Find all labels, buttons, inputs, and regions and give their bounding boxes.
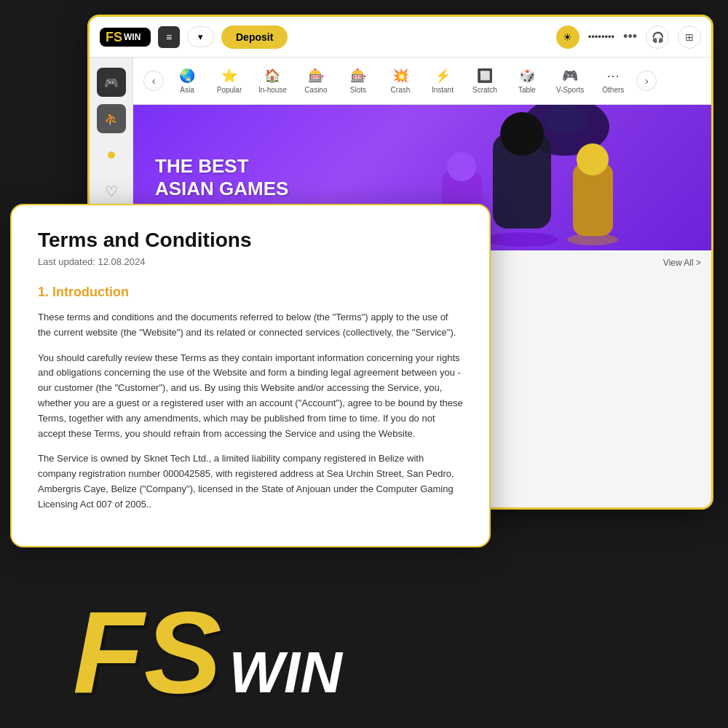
more-options-button[interactable]: ••• bbox=[623, 29, 637, 44]
svg-point-9 bbox=[567, 234, 618, 245]
table-icon: 🎲 bbox=[519, 68, 535, 84]
fs-logo-big-text: FS bbox=[73, 587, 221, 717]
casino-icon: 🎰 bbox=[308, 68, 324, 84]
logo-fs-text: FS bbox=[106, 31, 122, 44]
category-popular[interactable]: ⭐ Popular bbox=[210, 65, 248, 97]
category-slots[interactable]: 🎰 Slots bbox=[339, 65, 377, 97]
nav-dropdown[interactable]: ▾ bbox=[187, 26, 214, 47]
nav-arrow-left[interactable]: ‹ bbox=[143, 71, 164, 91]
terms-section-1-title: 1. Introduction bbox=[38, 285, 463, 300]
category-instant[interactable]: ⚡ Instant bbox=[424, 65, 462, 97]
nav-arrow-right[interactable]: › bbox=[636, 71, 657, 91]
svg-point-1 bbox=[544, 105, 587, 134]
headset-icon[interactable]: 🎧 bbox=[646, 25, 669, 49]
vsports-icon: 🎮 bbox=[562, 68, 578, 84]
crash-icon: 💥 bbox=[392, 68, 408, 84]
sidebar-item-dot[interactable] bbox=[97, 141, 126, 170]
fswin-logo: FS WIN bbox=[100, 28, 151, 47]
terms-body: These terms and conditions and the docum… bbox=[38, 310, 463, 513]
instant-icon: ⚡ bbox=[435, 68, 451, 84]
expand-icon[interactable]: ⊞ bbox=[678, 25, 701, 49]
browser-topbar: FS WIN ≡ ▾ Deposit ☀ •••••••• ••• 🎧 ⊞ bbox=[90, 17, 711, 58]
win-logo-big-text: WIN bbox=[229, 640, 342, 705]
svg-point-5 bbox=[577, 143, 609, 175]
terms-paragraph-2: You should carefully review these Terms … bbox=[38, 351, 463, 442]
category-others[interactable]: ⋯ Others bbox=[594, 65, 632, 97]
deposit-button[interactable]: Deposit bbox=[221, 25, 288, 49]
fs-logo-large: FSWIN bbox=[73, 600, 342, 706]
category-asia[interactable]: 🌏 Asia bbox=[168, 65, 206, 97]
others-icon: ⋯ bbox=[606, 68, 620, 84]
banner-text: THE BEST ASIAN GAMES bbox=[155, 155, 288, 200]
username-display: •••••••• bbox=[588, 31, 614, 42]
slots-icon: 🎰 bbox=[350, 68, 366, 84]
dropdown-arrow: ▾ bbox=[198, 31, 203, 42]
terms-last-updated: Last updated: 12.08.2024 bbox=[38, 256, 463, 267]
category-scratch[interactable]: 🔲 Scratch bbox=[466, 65, 504, 97]
sidebar-item-sports[interactable]: ⛹ bbox=[97, 104, 126, 133]
sidebar-toggle-btn[interactable]: ≡ bbox=[158, 26, 180, 48]
svg-point-8 bbox=[486, 232, 558, 247]
terms-paragraph-3: The Service is owned by Sknet Tech Ltd.,… bbox=[38, 451, 463, 512]
top-right-icons: ☀ •••••••• ••• 🎧 ⊞ bbox=[556, 25, 701, 49]
banner-title-line1: THE BEST bbox=[155, 155, 288, 178]
category-nav: ‹ 🌏 Asia ⭐ Popular 🏠 In-house 🎰 Casino 🎰… bbox=[133, 58, 711, 105]
scratch-icon: 🔲 bbox=[477, 68, 493, 84]
asia-icon: 🌏 bbox=[179, 68, 195, 84]
category-inhouse[interactable]: 🏠 In-house bbox=[253, 65, 293, 97]
terms-modal: Terms and Conditions Last updated: 12.08… bbox=[10, 204, 491, 547]
terms-paragraph-1: These terms and conditions and the docum… bbox=[38, 310, 463, 341]
svg-point-7 bbox=[447, 152, 476, 181]
category-crash[interactable]: 💥 Crash bbox=[381, 65, 419, 97]
user-avatar: ☀ bbox=[556, 25, 579, 49]
sidebar-item-favorites[interactable]: ♡ bbox=[97, 177, 126, 206]
logo-win-text: WIN bbox=[124, 33, 141, 41]
view-all-link[interactable]: View All > bbox=[663, 258, 701, 268]
banner-title-line2: ASIAN GAMES bbox=[155, 178, 288, 200]
category-casino[interactable]: 🎰 Casino bbox=[297, 65, 335, 97]
category-vsports[interactable]: 🎮 V-Sports bbox=[550, 65, 590, 97]
sidebar-item-games[interactable]: 🎮 bbox=[97, 68, 126, 97]
terms-title: Terms and Conditions bbox=[38, 229, 463, 252]
popular-icon: ⭐ bbox=[221, 68, 237, 84]
category-table[interactable]: 🎲 Table bbox=[508, 65, 546, 97]
svg-point-3 bbox=[500, 112, 544, 156]
inhouse-icon: 🏠 bbox=[264, 68, 280, 84]
